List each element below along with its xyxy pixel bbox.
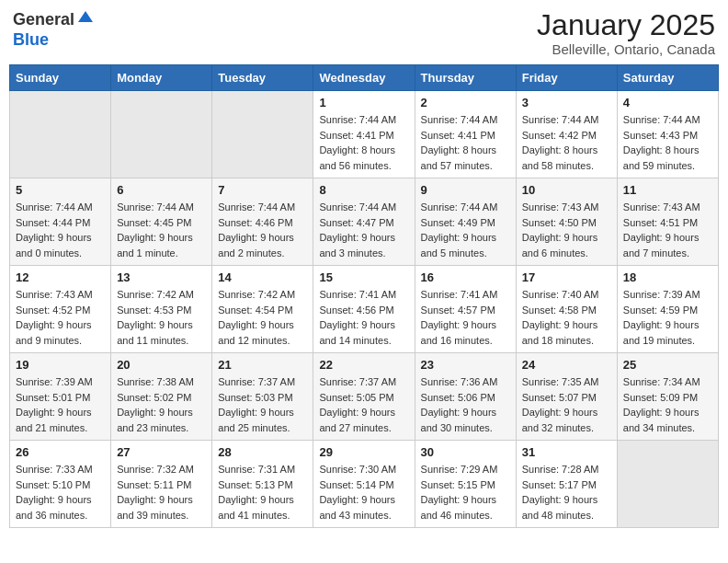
calendar-cell: 9Sunrise: 7:44 AMSunset: 4:49 PMDaylight… [415,178,516,266]
day-info: Sunrise: 7:43 AMSunset: 4:52 PMDaylight:… [16,287,105,348]
day-info: Sunrise: 7:38 AMSunset: 5:02 PMDaylight:… [117,374,206,435]
day-info: Sunrise: 7:37 AMSunset: 5:05 PMDaylight:… [319,374,408,435]
calendar-cell: 22Sunrise: 7:37 AMSunset: 5:05 PMDayligh… [313,353,415,441]
day-number: 21 [218,358,307,372]
logo: General Blue [13,9,95,50]
weekday-header-monday: Monday [111,65,212,91]
day-number: 25 [623,358,712,372]
day-info: Sunrise: 7:28 AMSunset: 5:17 PMDaylight:… [522,462,611,523]
calendar-week-row: 26Sunrise: 7:33 AMSunset: 5:10 PMDayligh… [10,441,719,528]
day-info: Sunrise: 7:30 AMSunset: 5:14 PMDaylight:… [319,462,408,523]
title-block: January 2025 Belleville, Ontario, Canada [537,9,715,57]
day-number: 12 [16,270,105,284]
day-info: Sunrise: 7:44 AMSunset: 4:49 PMDaylight:… [421,200,510,260]
calendar-cell: 30Sunrise: 7:29 AMSunset: 5:15 PMDayligh… [415,441,516,528]
logo-blue-text: Blue [13,30,49,49]
day-info: Sunrise: 7:44 AMSunset: 4:44 PMDaylight:… [16,200,105,260]
day-number: 13 [117,270,206,284]
calendar-cell: 12Sunrise: 7:43 AMSunset: 4:52 PMDayligh… [10,266,111,353]
day-info: Sunrise: 7:37 AMSunset: 5:03 PMDaylight:… [218,374,307,435]
weekday-header-friday: Friday [516,65,617,91]
day-number: 17 [522,270,611,284]
day-info: Sunrise: 7:44 AMSunset: 4:47 PMDaylight:… [319,200,408,260]
calendar-cell: 19Sunrise: 7:39 AMSunset: 5:01 PMDayligh… [10,353,111,441]
calendar-cell [10,91,111,178]
day-number: 3 [522,96,611,109]
logo-icon [76,9,95,28]
day-number: 31 [522,445,611,459]
calendar-cell: 14Sunrise: 7:42 AMSunset: 4:54 PMDayligh… [212,266,313,353]
calendar-cell: 27Sunrise: 7:32 AMSunset: 5:11 PMDayligh… [111,441,212,528]
day-number: 19 [16,358,105,372]
weekday-header-thursday: Thursday [415,65,516,91]
day-number: 26 [16,445,105,459]
day-info: Sunrise: 7:39 AMSunset: 5:01 PMDaylight:… [16,374,105,435]
location-subtitle: Belleville, Ontario, Canada [537,41,715,57]
day-info: Sunrise: 7:33 AMSunset: 5:10 PMDaylight:… [16,462,105,523]
day-info: Sunrise: 7:44 AMSunset: 4:42 PMDaylight:… [522,112,611,173]
day-info: Sunrise: 7:44 AMSunset: 4:46 PMDaylight:… [218,200,307,260]
calendar-week-row: 1Sunrise: 7:44 AMSunset: 4:41 PMDaylight… [10,91,719,178]
calendar-week-row: 12Sunrise: 7:43 AMSunset: 4:52 PMDayligh… [10,266,719,353]
day-number: 9 [421,183,510,197]
calendar-cell: 17Sunrise: 7:40 AMSunset: 4:58 PMDayligh… [516,266,617,353]
calendar-cell: 16Sunrise: 7:41 AMSunset: 4:57 PMDayligh… [415,266,516,353]
day-number: 16 [421,270,510,284]
day-number: 30 [421,445,510,459]
day-number: 23 [421,358,510,372]
calendar-cell: 1Sunrise: 7:44 AMSunset: 4:41 PMDaylight… [313,91,415,178]
calendar-table: SundayMondayTuesdayWednesdayThursdayFrid… [9,64,719,528]
day-info: Sunrise: 7:40 AMSunset: 4:58 PMDaylight:… [522,287,611,348]
day-info: Sunrise: 7:42 AMSunset: 4:53 PMDaylight:… [117,287,206,348]
svg-marker-0 [78,11,93,22]
calendar-cell: 7Sunrise: 7:44 AMSunset: 4:46 PMDaylight… [212,178,313,266]
day-number: 8 [319,183,408,197]
day-info: Sunrise: 7:42 AMSunset: 4:54 PMDaylight:… [218,287,307,348]
day-number: 14 [218,270,307,284]
weekday-header-saturday: Saturday [617,65,718,91]
calendar-cell: 18Sunrise: 7:39 AMSunset: 4:59 PMDayligh… [617,266,718,353]
day-number: 20 [117,358,206,372]
calendar-cell: 15Sunrise: 7:41 AMSunset: 4:56 PMDayligh… [313,266,415,353]
calendar-cell: 31Sunrise: 7:28 AMSunset: 5:17 PMDayligh… [516,441,617,528]
calendar-cell [111,91,212,178]
day-number: 29 [319,445,408,459]
day-info: Sunrise: 7:44 AMSunset: 4:41 PMDaylight:… [421,112,510,173]
day-number: 4 [623,96,712,109]
calendar-week-row: 5Sunrise: 7:44 AMSunset: 4:44 PMDaylight… [10,178,719,266]
day-info: Sunrise: 7:43 AMSunset: 4:50 PMDaylight:… [522,200,611,260]
calendar-cell [617,441,718,528]
day-number: 6 [117,183,206,197]
day-info: Sunrise: 7:39 AMSunset: 4:59 PMDaylight:… [623,287,712,348]
day-number: 22 [319,358,408,372]
day-number: 2 [421,96,510,109]
day-number: 5 [16,183,105,197]
page-header: General Blue January 2025 Belleville, On… [9,9,719,57]
calendar-cell: 5Sunrise: 7:44 AMSunset: 4:44 PMDaylight… [10,178,111,266]
day-info: Sunrise: 7:43 AMSunset: 4:51 PMDaylight:… [623,200,712,260]
logo-general-text: General [13,11,74,29]
day-info: Sunrise: 7:31 AMSunset: 5:13 PMDaylight:… [218,462,307,523]
day-number: 11 [623,183,712,197]
calendar-cell: 11Sunrise: 7:43 AMSunset: 4:51 PMDayligh… [617,178,718,266]
day-info: Sunrise: 7:35 AMSunset: 5:07 PMDaylight:… [522,374,611,435]
calendar-cell: 23Sunrise: 7:36 AMSunset: 5:06 PMDayligh… [415,353,516,441]
day-info: Sunrise: 7:36 AMSunset: 5:06 PMDaylight:… [421,374,510,435]
day-info: Sunrise: 7:34 AMSunset: 5:09 PMDaylight:… [623,374,712,435]
month-title: January 2025 [537,9,715,41]
calendar-cell: 6Sunrise: 7:44 AMSunset: 4:45 PMDaylight… [111,178,212,266]
day-info: Sunrise: 7:41 AMSunset: 4:56 PMDaylight:… [319,287,408,348]
calendar-cell: 28Sunrise: 7:31 AMSunset: 5:13 PMDayligh… [212,441,313,528]
day-info: Sunrise: 7:44 AMSunset: 4:45 PMDaylight:… [117,200,206,260]
day-info: Sunrise: 7:44 AMSunset: 4:43 PMDaylight:… [623,112,712,173]
calendar-week-row: 19Sunrise: 7:39 AMSunset: 5:01 PMDayligh… [10,353,719,441]
day-number: 15 [319,270,408,284]
day-number: 10 [522,183,611,197]
weekday-header-row: SundayMondayTuesdayWednesdayThursdayFrid… [10,65,719,91]
day-number: 28 [218,445,307,459]
day-info: Sunrise: 7:44 AMSunset: 4:41 PMDaylight:… [319,112,408,173]
day-number: 27 [117,445,206,459]
weekday-header-tuesday: Tuesday [212,65,313,91]
calendar-cell: 26Sunrise: 7:33 AMSunset: 5:10 PMDayligh… [10,441,111,528]
day-number: 7 [218,183,307,197]
